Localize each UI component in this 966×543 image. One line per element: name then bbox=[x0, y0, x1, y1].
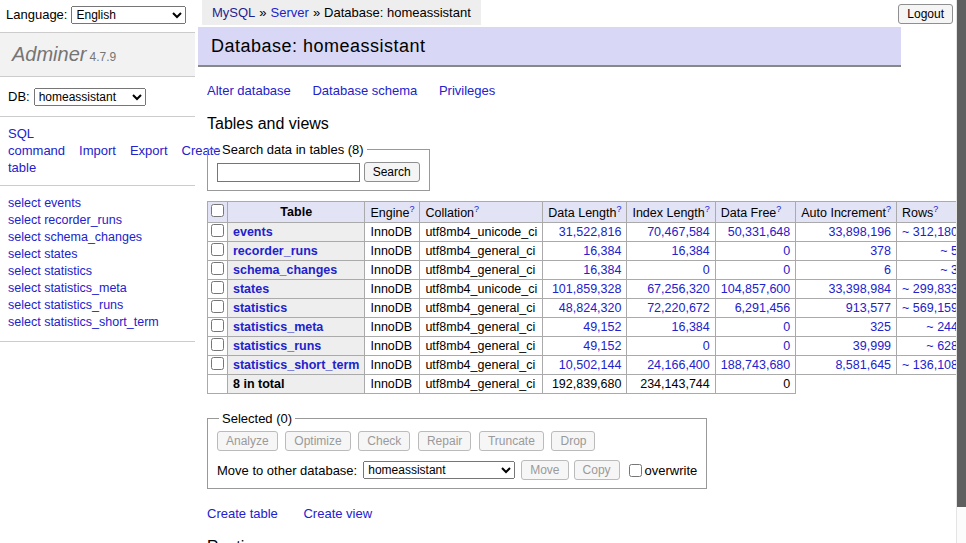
alter-database-link[interactable]: Alter database bbox=[207, 83, 291, 98]
search-input[interactable] bbox=[217, 163, 360, 182]
row-checkbox[interactable] bbox=[211, 319, 224, 332]
cell-auto-increment[interactable]: 39,999 bbox=[796, 337, 897, 356]
cell-auto-increment[interactable]: 33,898,196 bbox=[796, 223, 897, 242]
table-link-recorder-runs[interactable]: recorder_runs bbox=[233, 244, 318, 258]
cell-rows[interactable]: ~ 244 bbox=[897, 318, 964, 337]
hint-icon[interactable]: ? bbox=[474, 204, 479, 214]
table-link-events[interactable]: events bbox=[233, 225, 273, 239]
column-header-collation[interactable]: Collation? bbox=[420, 202, 543, 223]
cell-index-length[interactable]: 24,166,400 bbox=[627, 356, 715, 375]
cell-data-length[interactable]: 48,824,320 bbox=[543, 299, 627, 318]
table-link-schema-changes[interactable]: schema_changes bbox=[233, 263, 337, 277]
breadcrumb-server-link[interactable]: Server bbox=[271, 5, 309, 20]
logout-button[interactable]: Logout bbox=[898, 4, 953, 24]
hint-icon[interactable]: ? bbox=[409, 204, 414, 214]
hint-icon[interactable]: ? bbox=[886, 204, 891, 214]
sidebar-item-select-statistics-short-term[interactable]: select statistics_short_term bbox=[8, 314, 187, 331]
cell-auto-increment[interactable]: 378 bbox=[796, 242, 897, 261]
row-checkbox[interactable] bbox=[211, 338, 224, 351]
copy-button[interactable]: Copy bbox=[574, 460, 620, 480]
repair-button[interactable]: Repair bbox=[418, 431, 471, 451]
cell-index-length[interactable]: 67,256,320 bbox=[627, 280, 715, 299]
cell-rows[interactable]: ~ 628 bbox=[897, 337, 964, 356]
sidebar-item-sql-command[interactable]: SQL command bbox=[8, 126, 65, 158]
cell-data-free[interactable]: 0 bbox=[715, 261, 796, 280]
table-link-statistics-short-term[interactable]: statistics_short_term bbox=[233, 358, 359, 372]
cell-data-free[interactable]: 50,331,648 bbox=[715, 223, 796, 242]
row-checkbox[interactable] bbox=[211, 224, 224, 237]
move-database-select[interactable]: homeassistant bbox=[363, 461, 515, 479]
create-view-link[interactable]: Create view bbox=[303, 506, 372, 521]
cell-data-length[interactable]: 16,384 bbox=[543, 261, 627, 280]
cell-auto-increment[interactable]: 325 bbox=[796, 318, 897, 337]
database-schema-link[interactable]: Database schema bbox=[312, 83, 417, 98]
cell-rows[interactable]: ~ 136,108 bbox=[897, 356, 964, 375]
cell-auto-increment[interactable]: 6 bbox=[796, 261, 897, 280]
cell-data-length[interactable]: 10,502,144 bbox=[543, 356, 627, 375]
column-header-rows[interactable]: Rows? bbox=[897, 202, 964, 223]
overwrite-checkbox[interactable] bbox=[629, 464, 642, 477]
move-button[interactable]: Move bbox=[521, 460, 568, 480]
cell-data-free[interactable]: 0 bbox=[715, 337, 796, 356]
sidebar-item-select-statistics[interactable]: select statistics bbox=[8, 263, 187, 280]
cell-data-length[interactable]: 101,859,328 bbox=[543, 280, 627, 299]
row-checkbox[interactable] bbox=[211, 243, 224, 256]
cell-data-length[interactable]: 49,152 bbox=[543, 318, 627, 337]
create-table-link[interactable]: Create table bbox=[207, 506, 278, 521]
privileges-link[interactable]: Privileges bbox=[439, 83, 495, 98]
table-link-statistics-runs[interactable]: statistics_runs bbox=[233, 339, 321, 353]
cell-rows[interactable]: ~ 312,180 bbox=[897, 223, 964, 242]
cell-data-length[interactable]: 49,152 bbox=[543, 337, 627, 356]
row-checkbox[interactable] bbox=[211, 262, 224, 275]
cell-rows[interactable]: ~ 5 bbox=[897, 242, 964, 261]
cell-data-free[interactable]: 0 bbox=[715, 318, 796, 337]
cell-index-length[interactable]: 16,384 bbox=[627, 318, 715, 337]
hint-icon[interactable]: ? bbox=[933, 204, 938, 214]
check-button[interactable]: Check bbox=[358, 431, 410, 451]
table-link-states[interactable]: states bbox=[233, 282, 269, 296]
row-checkbox[interactable] bbox=[211, 357, 224, 370]
cell-auto-increment[interactable]: 913,577 bbox=[796, 299, 897, 318]
table-link-statistics[interactable]: statistics bbox=[233, 301, 287, 315]
scrollbar-thumb[interactable] bbox=[957, 0, 966, 507]
cell-rows[interactable]: ~ 3 bbox=[897, 261, 964, 280]
sidebar-item-select-statistics-runs[interactable]: select statistics_runs bbox=[8, 297, 187, 314]
sidebar-item-select-recorder-runs[interactable]: select recorder_runs bbox=[8, 212, 187, 229]
sidebar-item-import[interactable]: Import bbox=[79, 143, 116, 158]
cell-rows[interactable]: ~ 299,833 bbox=[897, 280, 964, 299]
cell-auto-increment[interactable]: 8,581,645 bbox=[796, 356, 897, 375]
hint-icon[interactable]: ? bbox=[705, 204, 710, 214]
column-header-data-free[interactable]: Data Free? bbox=[715, 202, 796, 223]
hint-icon[interactable]: ? bbox=[616, 204, 621, 214]
column-header-auto-increment[interactable]: Auto Increment? bbox=[796, 202, 897, 223]
drop-button[interactable]: Drop bbox=[551, 431, 595, 451]
hint-icon[interactable]: ? bbox=[776, 204, 781, 214]
sidebar-item-select-states[interactable]: select states bbox=[8, 246, 187, 263]
search-button[interactable]: Search bbox=[364, 162, 420, 182]
table-link-statistics-meta[interactable]: statistics_meta bbox=[233, 320, 323, 334]
sidebar-item-select-events[interactable]: select events bbox=[8, 195, 187, 212]
cell-data-free[interactable]: 104,857,600 bbox=[715, 280, 796, 299]
analyze-button[interactable]: Analyze bbox=[217, 431, 278, 451]
cell-data-length[interactable]: 16,384 bbox=[543, 242, 627, 261]
sidebar-item-select-schema-changes[interactable]: select schema_changes bbox=[8, 229, 187, 246]
sidebar-item-select-statistics-meta[interactable]: select statistics_meta bbox=[8, 280, 187, 297]
cell-index-length[interactable]: 0 bbox=[627, 261, 715, 280]
column-header-table[interactable]: Table bbox=[228, 202, 365, 223]
row-checkbox[interactable] bbox=[211, 300, 224, 313]
vertical-scrollbar[interactable] bbox=[956, 0, 966, 543]
cell-index-length[interactable]: 0 bbox=[627, 337, 715, 356]
column-header-engine[interactable]: Engine? bbox=[365, 202, 420, 223]
sidebar-item-export[interactable]: Export bbox=[130, 143, 168, 158]
select-all-checkbox[interactable] bbox=[211, 204, 224, 217]
optimize-button[interactable]: Optimize bbox=[285, 431, 350, 451]
db-select[interactable]: homeassistant bbox=[34, 88, 146, 106]
cell-rows[interactable]: ~ 569,159 bbox=[897, 299, 964, 318]
cell-data-free[interactable]: 6,291,456 bbox=[715, 299, 796, 318]
cell-index-length[interactable]: 16,384 bbox=[627, 242, 715, 261]
row-checkbox[interactable] bbox=[211, 281, 224, 294]
column-header-index-length[interactable]: Index Length? bbox=[627, 202, 715, 223]
column-header-data-length[interactable]: Data Length? bbox=[543, 202, 627, 223]
language-select[interactable]: English bbox=[71, 6, 186, 24]
breadcrumb-mysql-link[interactable]: MySQL bbox=[212, 5, 255, 20]
